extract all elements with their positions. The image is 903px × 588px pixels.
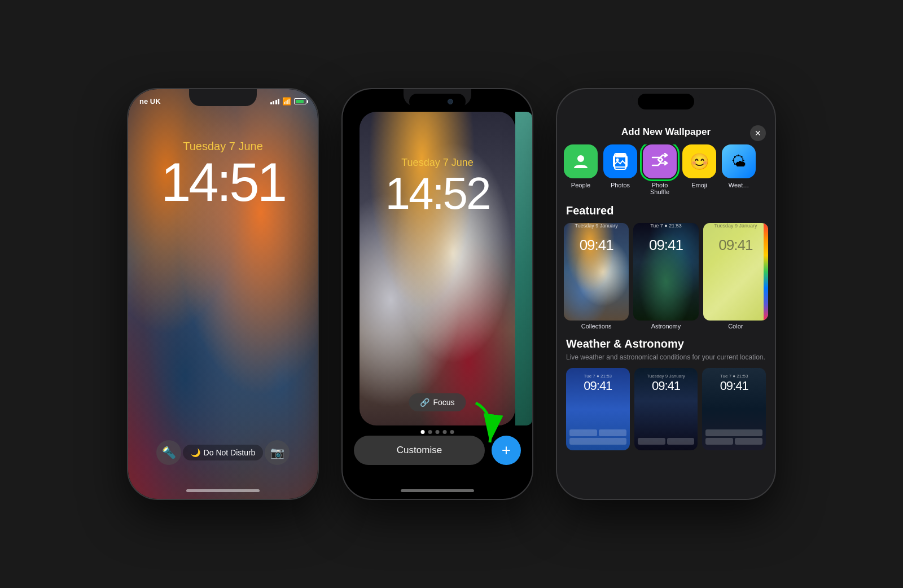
phone2-side-preview	[515, 112, 532, 425]
customise-label: Customise	[397, 445, 442, 456]
dot-5	[450, 430, 454, 434]
people-label: People	[571, 182, 590, 188]
focus-button[interactable]: 🔗 Focus	[409, 393, 466, 411]
dot-1	[421, 430, 425, 434]
collections-date: Tuesday 9 January	[564, 223, 629, 229]
phone2-time-section: Tuesday 7 June 14:52	[360, 157, 515, 218]
featured-section-title: Featured	[557, 204, 775, 223]
weather-preview-2: Tuesday 9 January 09:41	[634, 368, 698, 450]
weather-grid: Tue 7 ● 21:53 09:41	[566, 368, 766, 450]
weather-preview-1: Tue 7 ● 21:53 09:41	[566, 368, 630, 450]
phone3-camera-notch	[638, 94, 694, 109]
photo-shuffle-icon	[643, 144, 677, 178]
weather-astronomy-section: Weather & Astronomy Live weather and ast…	[557, 337, 775, 450]
camera-dot	[448, 99, 453, 104]
phone3-screen: Add New Wallpaper ✕	[557, 89, 775, 499]
weather-widgets-2	[638, 438, 695, 445]
featured-item-astronomy[interactable]: Tue 7 ● 21:53 09:41 Astronomy	[633, 223, 698, 330]
astronomy-preview: Tue 7 ● 21:53 09:41	[633, 223, 698, 321]
weather-item-2[interactable]: Tuesday 9 January 09:41	[634, 368, 698, 450]
add-button[interactable]: +	[492, 436, 521, 465]
collections-time: 09:41	[564, 229, 629, 254]
wp-categories: People Photos	[557, 144, 775, 204]
weather-date-3: Tue 7 ● 21:53	[720, 374, 748, 379]
weather-time-2: 09:41	[652, 379, 680, 393]
phone2-frame: Tuesday 7 June 14:52 🔗 Focus Customise +	[341, 88, 533, 500]
home-indicator	[186, 489, 260, 492]
camera-notch	[409, 94, 466, 109]
collections-preview: Tuesday 9 January 09:41	[564, 223, 629, 321]
pagination-dots	[421, 430, 454, 434]
featured-item-color[interactable]: Tuesday 9 January 09:41 Color	[703, 223, 768, 330]
phone1-screen: ne UK 📶 Tuesday 7 June 14:51	[128, 89, 318, 499]
weather-date-2: Tuesday 9 January	[647, 374, 685, 379]
featured-grid: Tuesday 9 January 09:41 Collections Tue …	[557, 223, 775, 330]
phone1-date: Tuesday 7 June	[128, 140, 318, 153]
focus-label: Focus	[433, 398, 454, 407]
camera-button[interactable]: 📷	[265, 440, 290, 465]
color-time: 09:41	[703, 229, 768, 254]
weather-widgets-3	[705, 429, 762, 445]
category-emoji[interactable]: 😊 Emoji	[682, 144, 716, 195]
color-label: Color	[703, 321, 768, 330]
phone2-wallpaper-preview: Tuesday 7 June 14:52	[360, 112, 515, 425]
astronomy-time: 09:41	[633, 229, 698, 254]
wifi-icon: 📶	[282, 97, 291, 106]
dnd-button[interactable]: 🌙 Do Not Disturb	[183, 445, 264, 460]
phone2-home-indicator	[401, 489, 474, 492]
wallpaper-picker-content[interactable]: People Photos	[557, 144, 775, 499]
battery-icon	[294, 98, 306, 104]
photos-label: Photos	[611, 182, 630, 188]
astronomy-label: Astronomy	[633, 321, 698, 330]
weather-date-1: Tue 7 ● 21:53	[584, 374, 612, 379]
signal-icon	[270, 99, 280, 104]
dnd-label: Do Not Disturb	[204, 448, 256, 457]
dot-3	[436, 430, 440, 434]
svg-point-5	[616, 159, 619, 161]
phone3-frame: Add New Wallpaper ✕	[556, 88, 776, 500]
emoji-icon: 😊	[682, 144, 716, 178]
weather-section-desc: Live weather and astronomical conditions…	[566, 353, 766, 362]
weather-time-3: 09:41	[720, 379, 748, 393]
weather-section-title: Weather & Astronomy	[566, 337, 766, 350]
phone1-time-section: Tuesday 7 June 14:51	[128, 140, 318, 209]
phone1-frame: ne UK 📶 Tuesday 7 June 14:51	[127, 88, 319, 500]
wp-title: Add New Wallpaper	[621, 126, 711, 138]
weather-time-1: 09:41	[584, 379, 612, 393]
flashlight-button[interactable]: 🔦	[156, 440, 181, 465]
people-icon	[564, 144, 598, 178]
close-icon: ✕	[755, 129, 761, 138]
carrier-text: ne UK	[139, 97, 161, 106]
phone2-bottom-buttons: Customise +	[354, 436, 521, 465]
emoji-label: Emoji	[691, 182, 707, 188]
category-photos[interactable]: Photos	[603, 144, 637, 195]
wp-close-button[interactable]: ✕	[750, 125, 766, 141]
weather-label: Weat…	[729, 182, 749, 188]
category-photo-shuffle[interactable]: PhotoShuffle	[643, 144, 677, 195]
color-date: Tuesday 9 January	[703, 223, 768, 229]
collections-label: Collections	[564, 321, 629, 330]
color-preview: Tuesday 9 January 09:41	[703, 223, 768, 321]
svg-point-1	[577, 155, 584, 162]
plus-icon: +	[502, 441, 511, 459]
featured-item-collections[interactable]: Tuesday 9 January 09:41 Collections	[564, 223, 629, 330]
weather-preview-3: Tue 7 ● 21:53 09:41	[702, 368, 766, 450]
weather-widgets-1	[569, 429, 626, 445]
weather-item-3[interactable]: Tue 7 ● 21:53 09:41	[702, 368, 766, 450]
camera-pill	[409, 94, 466, 109]
weather-item-1[interactable]: Tue 7 ● 21:53 09:41	[566, 368, 630, 450]
phone2-screen: Tuesday 7 June 14:52 🔗 Focus Customise +	[343, 89, 532, 499]
photos-icon	[603, 144, 637, 178]
phone1-time: 14:51	[128, 155, 318, 209]
moon-icon: 🌙	[191, 448, 200, 457]
phone2-time: 14:52	[360, 169, 515, 218]
phone2-date: Tuesday 7 June	[360, 157, 515, 169]
category-weather[interactable]: 🌤 Weat…	[722, 144, 756, 195]
customise-button[interactable]: Customise	[354, 436, 485, 465]
phone1-status-bar: ne UK 📶	[139, 97, 306, 106]
dot-4	[443, 430, 447, 434]
phone1-bottom-bar: 🔦 🌙 Do Not Disturb 📷	[128, 440, 318, 465]
category-people[interactable]: People	[564, 144, 598, 195]
wp-header: Add New Wallpaper ✕	[557, 117, 775, 144]
status-icons: 📶	[270, 97, 307, 106]
